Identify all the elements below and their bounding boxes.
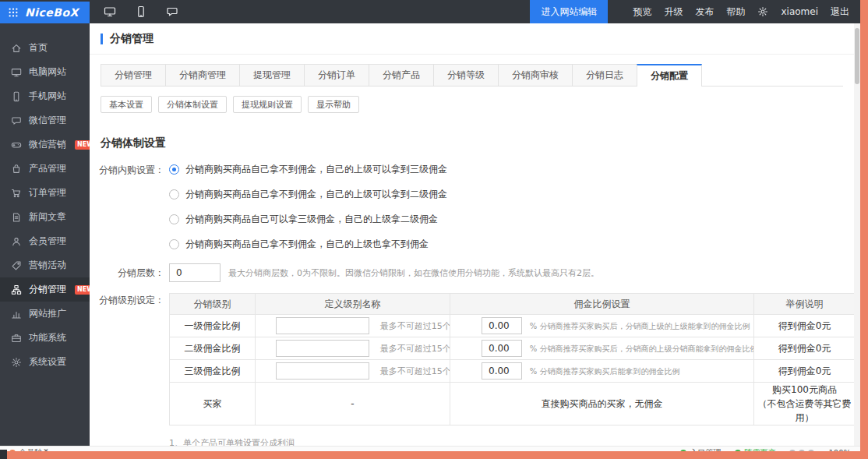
sidebar-item[interactable]: 网站推广 xyxy=(0,302,90,326)
tab[interactable]: 分销管理 xyxy=(101,64,166,86)
sidebar-item-label: 订单管理 xyxy=(29,186,66,199)
topbar-menu-item[interactable]: 升级 xyxy=(664,5,683,19)
sidebar-item-label: 微信营销 xyxy=(29,138,66,151)
sidebar-item[interactable]: 分销管理 NEW xyxy=(0,277,90,302)
logout-link[interactable]: 退出 xyxy=(831,5,849,19)
buyer-example: 购买100元商品 （不包含运费等其它费用） xyxy=(754,383,855,425)
sidebar-item[interactable]: 电脑网站 xyxy=(0,60,90,84)
commission-rate-desc: % 分销商推荐买家购买后，分销商上级的上级能拿到的佣金比例 xyxy=(530,322,750,330)
level-name-input[interactable] xyxy=(276,362,369,380)
grid-icon[interactable] xyxy=(8,7,19,18)
sidebar: 首页 电脑网站 手机网站 xyxy=(0,23,90,446)
statusbar-left-item[interactable]: 会员秒杀 xyxy=(9,447,50,451)
sidebar-item[interactable]: 功能系统 xyxy=(0,326,90,350)
enter-site-edit-button[interactable]: 进入网站编辑 xyxy=(530,0,608,23)
sidebar-item[interactable]: 会员管理 xyxy=(0,229,90,253)
commission-rate-input[interactable] xyxy=(482,362,522,380)
tray-icon xyxy=(808,450,814,451)
tab[interactable]: 分销商审核 xyxy=(498,64,573,86)
chat-icon[interactable] xyxy=(166,5,178,18)
topbar-menu-item[interactable]: 预览 xyxy=(633,5,651,19)
gamepad-icon xyxy=(11,139,22,150)
tab-bar: 分销管理 分销商管理 提现管理 分销订单 分销产品 分销等级 分销商审核 分销日… xyxy=(101,64,843,87)
subtab-button[interactable]: 显示帮助 xyxy=(308,96,359,113)
logo-block[interactable]: NiceBoX xyxy=(0,2,90,23)
commission-row: 二级佣金比例 最多不可超过15个字 % 分销商推荐买家购买后，分销商的上级分销商… xyxy=(170,337,855,360)
radio-option[interactable]: 分销商购买商品自己拿不到佣金，自己的上级可以拿到二级佣金 xyxy=(169,188,447,201)
tag-icon xyxy=(11,260,22,271)
radio-icon[interactable] xyxy=(169,189,179,199)
grade-table-header-row: 分销级别 定义级别名称 佣金比例设置 举例说明 xyxy=(170,294,855,315)
subtab-button[interactable]: 基本设置 xyxy=(101,96,152,113)
bag-icon xyxy=(11,164,22,175)
commission-rate-desc: % 分销商推荐买家购买后，分销商的上级分销商能拿到的佣金比例 xyxy=(530,344,754,353)
radio-option[interactable]: 分销商购买商品自己可以拿三级佣金，自己的上级拿二级佣金 xyxy=(169,213,447,226)
tab[interactable]: 分销日志 xyxy=(572,64,637,86)
tab[interactable]: 提现管理 xyxy=(239,64,305,86)
levels-row: 分销层数： 最大分销商层数，0为不限制。因微信分销限制，如在微信使用分销功能，系… xyxy=(90,263,854,282)
sidebar-item[interactable]: 微信管理 xyxy=(0,108,90,132)
sidebar-item[interactable]: 微信营销 NEW xyxy=(0,132,90,157)
sidebar-item-label: 电脑网站 xyxy=(29,65,66,79)
tab[interactable]: 分销商管理 xyxy=(165,64,240,86)
sidebar-item[interactable]: 手机网站 xyxy=(0,84,90,108)
commission-rate-input[interactable] xyxy=(482,317,522,334)
corner-notch xyxy=(0,450,7,459)
tab[interactable]: 分销配置 xyxy=(637,64,702,87)
commission-rate-input[interactable] xyxy=(482,340,522,357)
scrollbar-thumb[interactable] xyxy=(855,28,859,84)
sidebar-item[interactable]: 订单管理 xyxy=(0,181,90,205)
topbar-menu-item[interactable]: 帮助 xyxy=(726,5,745,19)
mobile-icon[interactable] xyxy=(135,5,147,18)
sidebar-item[interactable]: 新闻文章 xyxy=(0,205,90,229)
radio-option-label: 分销商购买商品自己拿不到佣金，自己的上级可以拿到二级佣金 xyxy=(185,188,447,201)
level-name-input[interactable] xyxy=(276,340,369,357)
buyer-level: 买家 xyxy=(170,383,256,425)
commission-example: 得到佣金0元 xyxy=(754,315,855,337)
subtab-button[interactable]: 分销体制设置 xyxy=(158,96,227,113)
radio-option[interactable]: 分销商购买商品自己拿不到佣金，自己的上级也拿不到佣金 xyxy=(169,238,447,251)
username[interactable]: xiaomei xyxy=(781,6,818,17)
gear-icon[interactable] xyxy=(757,6,768,17)
zoom-level-item[interactable]: 100% xyxy=(828,447,851,451)
sidebar-item[interactable]: 系统设置 xyxy=(0,350,90,374)
levels-hint: 最大分销商层数，0为不限制。因微信分销限制，如在微信使用分销功能，系统默认最高只… xyxy=(228,267,599,279)
grade-label: 分销级别设定： xyxy=(90,293,164,307)
levels-input[interactable] xyxy=(169,263,221,282)
level-name-hint: 最多不可超过15个字 xyxy=(380,344,450,354)
subtab-button[interactable]: 提现规则设置 xyxy=(233,96,302,113)
sidebar-item[interactable]: 首页 xyxy=(0,36,90,60)
tray-icon xyxy=(799,450,805,451)
grade-setting-row: 分销级别设定： 分销级别 定义级别名称 佣金比例设置 举例说明 xyxy=(90,293,854,425)
app-window: NiceBoX 进入网站编辑 预览 升级 发布 xyxy=(0,0,860,451)
radio-icon[interactable] xyxy=(169,214,179,224)
topbar-menu-item[interactable]: 发布 xyxy=(695,5,714,19)
topbar: NiceBoX 进入网站编辑 预览 升级 发布 xyxy=(0,0,860,23)
sidebar-item[interactable]: 营销活动 xyxy=(0,253,90,277)
level-name-input[interactable] xyxy=(276,317,369,334)
tab[interactable]: 分销订单 xyxy=(304,64,369,86)
radio-option[interactable]: 分销商购买商品自己拿不到佣金，自己的上级可以拿到三级佣金 xyxy=(169,163,447,176)
radio-option-label: 分销商购买商品自己拿不到佣金，自己的上级可以拿到三级佣金 xyxy=(185,163,447,176)
entry-manage-icon xyxy=(680,450,686,451)
sidebar-item-label: 新闻文章 xyxy=(29,210,66,224)
col-header-level: 分销级别 xyxy=(170,294,256,315)
tray-icons[interactable] xyxy=(789,447,814,451)
radio-icon[interactable] xyxy=(169,164,179,175)
adapt-item[interactable]: 随需而变 xyxy=(735,447,775,451)
device-switcher xyxy=(104,5,178,18)
page-header: 分销管理 xyxy=(90,23,854,55)
sidebar-item[interactable]: 产品管理 xyxy=(0,157,90,181)
levels-label: 分销层数： xyxy=(90,266,164,280)
tab[interactable]: 分销等级 xyxy=(433,64,499,86)
tab[interactable]: 分销产品 xyxy=(369,64,434,86)
purchase-setting-row: 分销内购设置： 分销商购买商品自己拿不到佣金，自己的上级可以拿到三级佣金 分销商… xyxy=(90,163,854,251)
mobile-icon xyxy=(11,91,22,102)
commission-row: 三级佣金比例 最多不可超过15个字 % 分销商推荐买家购买后能拿到的佣金比例 xyxy=(170,360,855,383)
monitor-icon[interactable] xyxy=(104,5,116,18)
radio-icon[interactable] xyxy=(169,239,179,249)
entry-manage-item[interactable]: 入口管理 xyxy=(680,447,721,451)
cart-icon xyxy=(11,188,22,199)
level-name-hint: 最多不可超过15个字 xyxy=(380,321,450,331)
section-heading-system: 分销体制设置 xyxy=(101,136,843,150)
